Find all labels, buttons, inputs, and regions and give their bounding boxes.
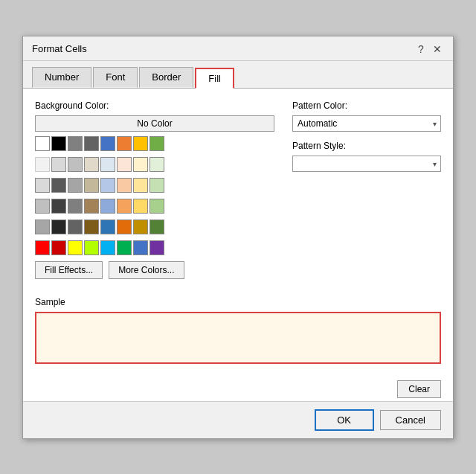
pattern-color-select[interactable]: Automatic <box>292 115 441 132</box>
help-button[interactable]: ? <box>414 42 428 56</box>
color-r4c4[interactable] <box>84 199 99 214</box>
background-color-label: Background Color: <box>35 100 274 111</box>
color-r3c5[interactable] <box>100 178 115 193</box>
tab-font[interactable]: Font <box>93 67 138 88</box>
color-r5c2[interactable] <box>51 220 66 234</box>
color-gray[interactable] <box>68 136 83 151</box>
color-white[interactable] <box>35 136 50 151</box>
color-r4c7[interactable] <box>133 199 148 214</box>
more-colors-button[interactable]: More Colors... <box>109 261 184 279</box>
cancel-button[interactable]: Cancel <box>380 410 441 430</box>
title-bar: Format Cells ? ✕ <box>23 36 453 61</box>
color-r6c5[interactable] <box>100 240 115 255</box>
color-r5c8[interactable] <box>149 220 164 234</box>
tab-number[interactable]: Number <box>32 67 91 88</box>
color-gold[interactable] <box>133 136 148 151</box>
color-r2c3[interactable] <box>68 157 83 172</box>
color-r5c3[interactable] <box>68 220 83 234</box>
color-r3c3[interactable] <box>68 178 83 193</box>
color-r6c8[interactable] <box>149 240 164 255</box>
color-r4c3[interactable] <box>68 199 83 214</box>
color-r6c4[interactable] <box>84 240 99 255</box>
tab-bar: Number Font Border Fill <box>23 61 453 89</box>
color-r2c7[interactable] <box>133 157 148 172</box>
pattern-style-label: Pattern Style: <box>292 141 441 151</box>
color-r4c6[interactable] <box>117 199 132 214</box>
color-r6c2[interactable] <box>51 240 66 255</box>
format-cells-dialog: Format Cells ? ✕ Number Font Border Fill… <box>22 36 454 439</box>
background-color-section: Background Color: No Color <box>35 100 274 279</box>
sample-label: Sample <box>35 297 441 307</box>
color-r4c2[interactable] <box>51 199 66 214</box>
fill-effects-button[interactable]: Fill Effects... <box>35 261 103 279</box>
color-r2c1[interactable] <box>35 157 50 172</box>
no-color-button[interactable]: No Color <box>35 115 274 132</box>
sample-preview <box>35 312 441 364</box>
color-r5c7[interactable] <box>133 220 148 234</box>
color-orange[interactable] <box>117 136 132 151</box>
pattern-color-label: Pattern Color: <box>292 100 441 111</box>
color-r6c6[interactable] <box>117 240 132 255</box>
dialog-footer: OK Cancel <box>23 401 453 438</box>
pattern-color-dropdown-wrapper: Automatic ▾ <box>292 115 441 132</box>
color-grid-row1 <box>35 136 274 151</box>
color-r5c6[interactable] <box>117 220 132 234</box>
fill-options: Background Color: No Color <box>35 100 441 279</box>
color-r2c5[interactable] <box>100 157 115 172</box>
color-grid-row4 <box>35 199 274 214</box>
sample-section: Sample <box>35 297 441 364</box>
tab-content: Background Color: No Color <box>23 89 453 376</box>
clear-button[interactable]: Clear <box>397 380 441 398</box>
clear-button-area: Clear <box>23 376 453 401</box>
color-r4c5[interactable] <box>100 199 115 214</box>
pattern-style-select[interactable] <box>292 156 441 172</box>
close-button[interactable]: ✕ <box>431 42 444 56</box>
color-r2c2[interactable] <box>51 157 66 172</box>
color-darkgray[interactable] <box>84 136 99 151</box>
color-r3c6[interactable] <box>117 178 132 193</box>
color-r4c8[interactable] <box>149 199 164 214</box>
pattern-style-dropdown-wrapper: ▾ <box>292 156 441 172</box>
color-grid-row2 <box>35 157 274 172</box>
color-r3c2[interactable] <box>51 178 66 193</box>
color-buttons: Fill Effects... More Colors... <box>35 261 274 279</box>
color-r3c8[interactable] <box>149 178 164 193</box>
color-r2c8[interactable] <box>149 157 164 172</box>
dialog-title: Format Cells <box>32 43 87 54</box>
color-grid-row5 <box>35 220 274 234</box>
color-r4c1[interactable] <box>35 199 50 214</box>
ok-button[interactable]: OK <box>315 409 374 431</box>
color-r2c6[interactable] <box>117 157 132 172</box>
color-grid-row6 <box>35 240 274 255</box>
color-r5c5[interactable] <box>100 220 115 234</box>
title-bar-controls: ? ✕ <box>414 42 444 56</box>
color-r3c1[interactable] <box>35 178 50 193</box>
color-blue[interactable] <box>100 136 115 151</box>
color-black[interactable] <box>51 136 66 151</box>
color-r2c4[interactable] <box>84 157 99 172</box>
color-r3c7[interactable] <box>133 178 148 193</box>
pattern-section: Pattern Color: Automatic ▾ Pattern Style… <box>292 100 441 279</box>
color-r5c4[interactable] <box>84 220 99 234</box>
color-r3c4[interactable] <box>84 178 99 193</box>
color-green[interactable] <box>149 136 164 151</box>
color-grid-row3 <box>35 178 274 193</box>
color-r6c1[interactable] <box>35 240 50 255</box>
tab-fill[interactable]: Fill <box>195 68 234 89</box>
color-r6c7[interactable] <box>133 240 148 255</box>
color-r5c1[interactable] <box>35 220 50 234</box>
color-r6c3[interactable] <box>68 240 83 255</box>
tab-border[interactable]: Border <box>139 67 193 88</box>
